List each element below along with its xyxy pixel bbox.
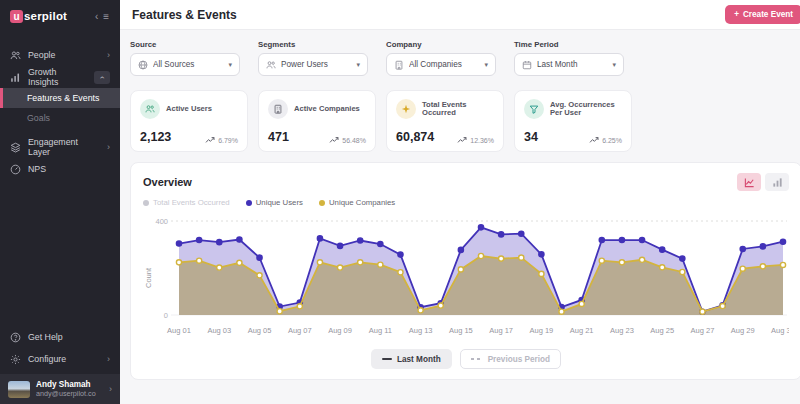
stat-card-active-users: Active Users 2,123 6.79% bbox=[130, 90, 248, 152]
data-point[interactable] bbox=[660, 247, 665, 252]
y-tick-label: 0 bbox=[164, 311, 168, 320]
bar-chart-toggle[interactable] bbox=[765, 173, 789, 191]
time-period-select[interactable]: Last Month ▾ bbox=[514, 53, 624, 76]
data-point[interactable] bbox=[317, 260, 322, 265]
data-point[interactable] bbox=[780, 239, 785, 244]
data-point[interactable] bbox=[217, 265, 222, 270]
legend-unique-users[interactable]: Unique Users bbox=[246, 198, 303, 207]
data-point[interactable] bbox=[760, 244, 765, 249]
data-point[interactable] bbox=[478, 225, 483, 230]
filter-segments: Segments Power Users ▾ bbox=[258, 40, 368, 76]
data-point[interactable] bbox=[237, 260, 242, 265]
collapse-section-button[interactable]: › bbox=[94, 71, 110, 84]
line-chart[interactable]: 0400Aug 01Aug 03Aug 05Aug 07Aug 09Aug 11… bbox=[153, 211, 789, 343]
data-point[interactable] bbox=[398, 252, 403, 257]
user-profile[interactable]: Andy Shamah andy@userpilot.co › bbox=[0, 374, 120, 404]
create-event-button[interactable]: + Create Event bbox=[725, 5, 800, 24]
data-point[interactable] bbox=[337, 265, 342, 270]
period-buttons: Last Month Previous Period bbox=[143, 345, 789, 371]
globe-icon bbox=[138, 60, 148, 70]
data-point[interactable] bbox=[317, 236, 322, 241]
data-point[interactable] bbox=[418, 308, 423, 313]
data-point[interactable] bbox=[197, 258, 202, 263]
data-point[interactable] bbox=[297, 304, 302, 309]
stat-card-total-events: Total Events Occurred 60,874 12.36% bbox=[386, 90, 504, 152]
data-point[interactable] bbox=[660, 265, 665, 270]
legend-dot bbox=[143, 200, 149, 206]
data-point[interactable] bbox=[760, 264, 765, 269]
sidebar-item-nps[interactable]: NPS bbox=[0, 158, 120, 180]
filter-time-period: Time Period Last Month ▾ bbox=[514, 40, 624, 76]
sidebar-item-get-help[interactable]: Get Help bbox=[0, 326, 120, 348]
data-point[interactable] bbox=[680, 256, 685, 261]
data-point[interactable] bbox=[539, 271, 544, 276]
data-point[interactable] bbox=[680, 269, 685, 274]
sidebar-collapse-icon[interactable]: ‹ ≡ bbox=[95, 11, 110, 22]
data-point[interactable] bbox=[519, 255, 524, 260]
data-point[interactable] bbox=[599, 258, 604, 263]
data-point[interactable] bbox=[539, 252, 544, 257]
selected-value: Last Month bbox=[537, 60, 607, 69]
stat-change: 6.79% bbox=[218, 137, 238, 144]
previous-period-button[interactable]: Previous Period bbox=[460, 349, 561, 369]
stat-value: 34 bbox=[524, 130, 538, 144]
x-tick-label: Aug 27 bbox=[691, 326, 715, 335]
data-point[interactable] bbox=[438, 303, 443, 308]
data-point[interactable] bbox=[579, 301, 584, 306]
legend-unique-companies[interactable]: Unique Companies bbox=[319, 198, 395, 207]
x-tick-label: Aug 23 bbox=[610, 326, 634, 335]
data-point[interactable] bbox=[337, 243, 342, 248]
line-chart-toggle[interactable] bbox=[737, 173, 761, 191]
data-point[interactable] bbox=[398, 270, 403, 275]
data-point[interactable] bbox=[358, 238, 363, 243]
sidebar-spacer bbox=[0, 180, 120, 326]
data-point[interactable] bbox=[780, 262, 785, 267]
data-point[interactable] bbox=[720, 303, 725, 308]
chevron-down-icon: ▾ bbox=[612, 61, 616, 69]
data-point[interactable] bbox=[499, 232, 504, 237]
data-point[interactable] bbox=[639, 237, 644, 242]
data-point[interactable] bbox=[458, 267, 463, 272]
data-point[interactable] bbox=[257, 255, 262, 260]
sidebar-item-growth-insights[interactable]: Growth Insights › bbox=[0, 66, 120, 88]
source-select[interactable]: All Sources ▾ bbox=[130, 53, 240, 76]
data-point[interactable] bbox=[257, 273, 262, 278]
data-point[interactable] bbox=[559, 309, 564, 314]
data-point[interactable] bbox=[176, 241, 181, 246]
data-point[interactable] bbox=[277, 309, 282, 314]
sidebar-item-engagement-layer[interactable]: Engagement Layer › bbox=[0, 136, 120, 158]
data-point[interactable] bbox=[358, 260, 363, 265]
main-area: Features & Events + Create Event Source … bbox=[120, 0, 800, 404]
users-icon bbox=[140, 99, 160, 119]
data-point[interactable] bbox=[740, 266, 745, 271]
data-point[interactable] bbox=[519, 231, 524, 236]
data-point[interactable] bbox=[700, 309, 705, 314]
data-point[interactable] bbox=[619, 260, 624, 265]
x-tick-label: Aug 31 bbox=[771, 326, 789, 335]
company-select[interactable]: All Companies ▾ bbox=[386, 53, 496, 76]
data-point[interactable] bbox=[619, 237, 624, 242]
data-point[interactable] bbox=[499, 256, 504, 261]
data-point[interactable] bbox=[478, 253, 483, 258]
segments-select[interactable]: Power Users ▾ bbox=[258, 53, 368, 76]
last-month-button[interactable]: Last Month bbox=[371, 349, 452, 369]
data-point[interactable] bbox=[237, 237, 242, 242]
dashed-line-icon bbox=[471, 358, 483, 360]
legend-total-events[interactable]: Total Events Occurred bbox=[143, 198, 230, 207]
data-point[interactable] bbox=[599, 237, 604, 242]
data-point[interactable] bbox=[639, 257, 644, 262]
stats-row: Active Users 2,123 6.79% bbox=[130, 90, 800, 152]
data-point[interactable] bbox=[197, 237, 202, 242]
sidebar-item-configure[interactable]: Configure › bbox=[0, 348, 120, 370]
sidebar-item-goals[interactable]: Goals bbox=[0, 108, 120, 128]
data-point[interactable] bbox=[740, 246, 745, 251]
data-point[interactable] bbox=[378, 262, 383, 267]
stat-card-active-companies: Active Companies 471 56.48% bbox=[258, 90, 376, 152]
data-point[interactable] bbox=[217, 240, 222, 245]
data-point[interactable] bbox=[176, 260, 181, 265]
sidebar-item-features-events[interactable]: Features & Events bbox=[0, 88, 120, 108]
sidebar-item-people[interactable]: People › bbox=[0, 44, 120, 66]
data-point[interactable] bbox=[378, 241, 383, 246]
data-point[interactable] bbox=[458, 247, 463, 252]
trend-up-icon bbox=[589, 136, 599, 144]
